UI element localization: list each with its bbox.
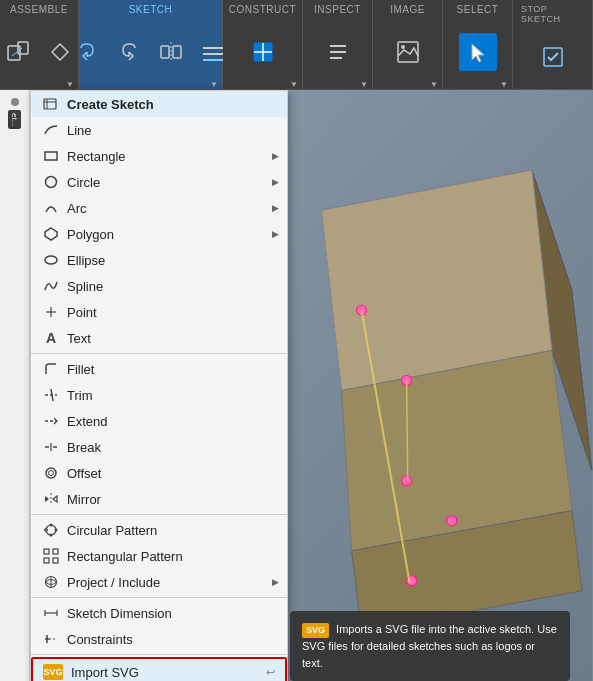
text-label: Text [67, 331, 275, 346]
stop-sketch-label: STOP SKETCH [521, 4, 584, 24]
select-btn[interactable] [459, 33, 497, 71]
circle-menu-icon [43, 174, 59, 190]
select-label: SELECT [457, 4, 499, 15]
sketch-dimension-icon [43, 605, 59, 621]
menu-item-rectangle[interactable]: Rectangle [31, 143, 287, 169]
menu-item-arc[interactable]: Arc [31, 195, 287, 221]
menu-item-rectangular-pattern[interactable]: Rectangular Pattern [31, 543, 287, 569]
mirror-icon [43, 491, 59, 507]
inspect-btn[interactable] [319, 33, 357, 71]
menu-item-trim[interactable]: Trim [31, 382, 287, 408]
sketch-btn-2[interactable] [110, 33, 148, 71]
image-btn[interactable] [389, 33, 427, 71]
stop-sketch-btn[interactable] [534, 38, 572, 76]
line-label: Line [67, 123, 275, 138]
offset-icon [43, 465, 59, 481]
rectangle-icon [43, 148, 59, 164]
construct-label: CONSTRUCT [229, 4, 296, 15]
arc-icon [43, 200, 59, 216]
separator-3 [31, 597, 287, 598]
menu-item-mirror[interactable]: Mirror [31, 486, 287, 512]
image-label: IMAGE [390, 4, 425, 15]
assemble-btn-1[interactable] [0, 33, 37, 71]
menu-item-break[interactable]: Break [31, 434, 287, 460]
tooltip-icon: SVG [302, 623, 329, 639]
menu-item-spline[interactable]: Spline [31, 273, 287, 299]
menu-item-offset[interactable]: Offset [31, 460, 287, 486]
stop-sketch-icon [539, 43, 567, 71]
circular-pattern-label: Circular Pattern [67, 523, 275, 538]
constraints-label: Constraints [67, 632, 275, 647]
construct-btn-1[interactable] [244, 33, 282, 71]
sketch-dropdown-arrow[interactable]: ▼ [210, 80, 218, 89]
svg-point-48 [46, 468, 56, 478]
sketch-icons [68, 19, 232, 85]
inspect-icons [319, 19, 357, 85]
sketch-dimension-label: Sketch Dimension [67, 606, 275, 621]
select-dropdown-arrow[interactable]: ▼ [500, 80, 508, 89]
import-svg-label: Import SVG [71, 665, 258, 680]
menu-item-fillet[interactable]: Fillet [31, 356, 287, 382]
arc-label: Arc [67, 201, 275, 216]
spline-label: Spline [67, 279, 275, 294]
panel-tab[interactable]: et... [8, 110, 21, 129]
svg-point-27 [402, 476, 412, 486]
sketch-btn-1[interactable] [68, 33, 106, 71]
svg-rect-56 [44, 549, 49, 554]
tooltip-content: SVG Imports a SVG file into the active s… [302, 621, 558, 672]
circular-pattern-icon [43, 522, 59, 538]
menu-item-point[interactable]: Point [31, 299, 287, 325]
extend-label: Extend [67, 414, 275, 429]
fillet-label: Fillet [67, 362, 275, 377]
menu-item-circular-pattern[interactable]: Circular Pattern [31, 517, 287, 543]
stop-sketch-icons [534, 28, 572, 85]
svg-rect-32 [44, 99, 56, 109]
tooltip-text: Imports a SVG file into the active sketc… [302, 623, 557, 669]
menu-item-create-sketch[interactable]: Create Sketch [31, 91, 287, 117]
menu-item-ellipse[interactable]: Ellipse [31, 247, 287, 273]
menu-item-circle[interactable]: Circle [31, 169, 287, 195]
sketch-btn-3[interactable] [152, 33, 190, 71]
image-dropdown-arrow[interactable]: ▼ [430, 80, 438, 89]
line-icon [43, 122, 59, 138]
separator-1 [31, 353, 287, 354]
text-icon: A [43, 330, 59, 346]
construct-icon [249, 38, 277, 66]
panel-indicator [11, 98, 19, 106]
menu-item-project-include[interactable]: Project / Include [31, 569, 287, 595]
assemble-icons [0, 19, 79, 85]
menu-item-extend[interactable]: Extend [31, 408, 287, 434]
image-icons [389, 19, 427, 85]
menu-item-sketch-dimension[interactable]: Sketch Dimension [31, 600, 287, 626]
trim-label: Trim [67, 388, 275, 403]
svg-rect-58 [44, 558, 49, 563]
toolbar-section-assemble: ASSEMBLE ▼ [0, 0, 79, 89]
construct-dropdown-arrow[interactable]: ▼ [290, 80, 298, 89]
create-sketch-icon [43, 96, 59, 112]
toolbar: ASSEMBLE ▼ SKETCH [0, 0, 593, 90]
point-icon [43, 304, 59, 320]
import-svg-shortcut: ↩ [266, 666, 275, 679]
menu-item-text[interactable]: A Text [31, 325, 287, 351]
svg-point-54 [50, 534, 53, 537]
project-include-label: Project / Include [67, 575, 275, 590]
menu-item-constraints[interactable]: Constraints [31, 626, 287, 652]
construct-icons [244, 19, 282, 85]
svg-point-38 [45, 256, 57, 264]
toolbar-section-sketch: SKETCH [79, 0, 223, 89]
menu-item-line[interactable]: Line [31, 117, 287, 143]
sketch-undo-icon [73, 38, 101, 66]
menu-item-import-svg[interactable]: SVG Import SVG ↩ [31, 657, 287, 681]
svg-point-36 [46, 177, 57, 188]
assemble-icon-1 [4, 38, 32, 66]
mirror-label: Mirror [67, 492, 275, 507]
menu-item-polygon[interactable]: Polygon [31, 221, 287, 247]
toolbar-section-image: IMAGE ▼ [373, 0, 443, 89]
toolbar-section-stop-sketch: STOP SKETCH [513, 0, 593, 89]
image-icon [394, 38, 422, 66]
inspect-dropdown-arrow[interactable]: ▼ [360, 80, 368, 89]
inspect-icon [324, 38, 352, 66]
circle-label: Circle [67, 175, 275, 190]
svg-point-53 [55, 529, 58, 532]
svg-rect-35 [45, 152, 57, 160]
